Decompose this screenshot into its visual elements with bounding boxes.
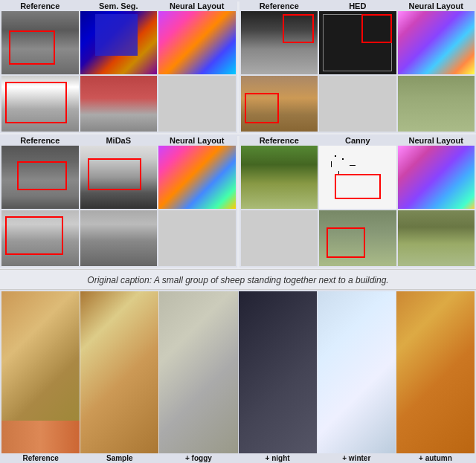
img-street2-ref	[1, 146, 79, 209]
label-reference-3: Reference	[1, 136, 79, 145]
img-van-empty	[158, 76, 236, 132]
img-cyclist1	[1, 210, 79, 266]
label-neural-layout-1: Neural Layout	[158, 1, 236, 10]
sheep-foggy-img	[159, 291, 237, 453]
right-panel-top: Reference HED Neural Layout	[241, 1, 475, 133]
bottom-label-4: + winter	[342, 453, 370, 463]
img-park-ref	[241, 146, 318, 209]
label-neural-layout-3: Neural Layout	[158, 136, 236, 145]
img-street3-empty	[241, 210, 318, 266]
img-midas	[80, 146, 158, 209]
img-neural-layout-1	[158, 11, 236, 74]
img-van-back	[80, 76, 158, 132]
sheep-winter-img	[318, 291, 396, 453]
img-wall-neural	[398, 76, 475, 132]
img-tunnel-ref	[241, 11, 318, 74]
caption-section: Original caption: A small group of sheep…	[0, 269, 476, 290]
bottom-item-3: + night	[239, 291, 317, 463]
img-van-ref	[1, 76, 79, 132]
bottom-label-3: + night	[266, 453, 290, 463]
label-midas: MiDaS	[80, 136, 158, 145]
label-canny: Canny	[319, 136, 396, 145]
img-street4	[398, 210, 475, 266]
sheep-autumn-img	[396, 291, 475, 453]
main-container: Reference Sem. Seg. Neural Layout	[0, 0, 476, 463]
img-hed	[319, 11, 396, 74]
img-sem-seg	[80, 11, 158, 74]
bottom-item-5: + autumn	[396, 291, 475, 463]
bottom-label-2: + foggy	[185, 453, 212, 463]
img-wall-ref	[241, 76, 318, 132]
label-neural-layout-4: Neural Layout	[398, 136, 475, 145]
label-reference-4: Reference	[241, 136, 318, 145]
left-panel-mid: Reference MiDaS Neural Layout	[1, 136, 236, 268]
img-neural-layout-3	[158, 146, 236, 209]
right-panel-mid: Reference Canny Neural Layout	[241, 136, 475, 268]
left-panel-top: Reference Sem. Seg. Neural Layout	[1, 1, 236, 133]
img-cyclist2	[80, 210, 158, 266]
img-street-ref	[1, 11, 79, 74]
sheep-ref-img	[1, 291, 80, 453]
caption-text: Original caption: A small group of sheep…	[87, 275, 388, 285]
label-reference-1: Reference	[1, 1, 79, 10]
sheep-night-img	[239, 291, 317, 453]
img-cyclist-empty	[158, 210, 236, 266]
label-reference-2: Reference	[241, 1, 318, 10]
bottom-item-0: Reference	[1, 291, 80, 463]
bottom-label-0: Reference	[22, 453, 58, 463]
bottom-item-2: + foggy	[159, 291, 237, 463]
bottom-row: Reference Sample + foggy + night + winte…	[0, 290, 476, 463]
bottom-label-5: + autumn	[419, 453, 452, 463]
img-wall-empty	[319, 76, 396, 132]
sheep-sample-img	[80, 291, 158, 453]
img-neural-layout-4	[398, 146, 475, 209]
img-neural-layout-2	[398, 11, 475, 74]
img-street3	[319, 210, 396, 266]
bottom-label-1: Sample	[106, 453, 133, 463]
bottom-item-1: Sample	[80, 291, 158, 463]
img-canny	[319, 146, 396, 209]
label-sem-seg: Sem. Seg.	[80, 1, 158, 10]
label-neural-layout-2: Neural Layout	[398, 1, 475, 10]
label-hed: HED	[319, 1, 396, 10]
bottom-item-4: + winter	[318, 291, 396, 463]
